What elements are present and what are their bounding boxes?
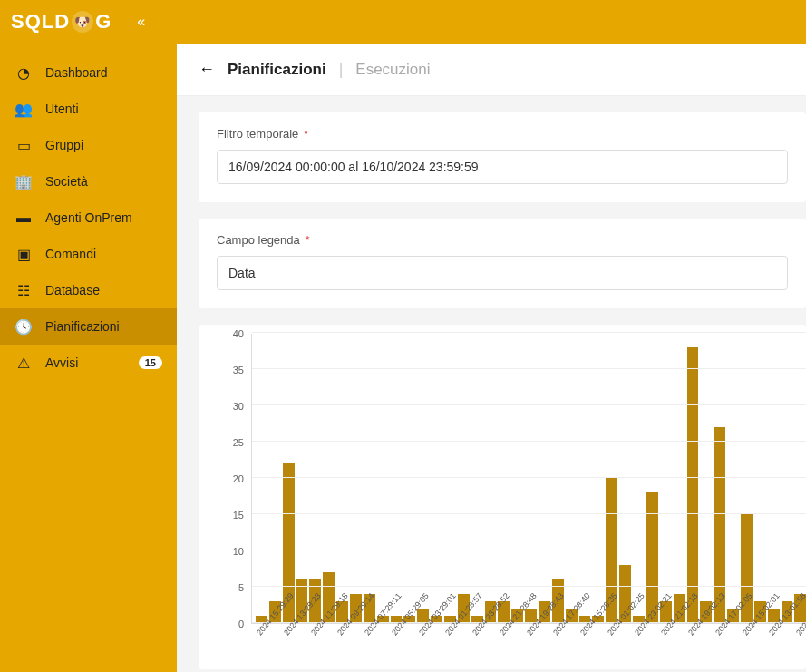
x-tick-label: 2024 19:28:43 [525, 622, 539, 637]
x-tick-label: 2024 05:29:05 [390, 622, 404, 637]
sidebar-badge: 15 [139, 356, 162, 369]
societa-icon: 🏢 [15, 172, 33, 190]
filter-legend-label: Campo legenda * [217, 233, 788, 247]
sidebar-item-label: Avvisi [45, 355, 78, 370]
y-tick: 25 [233, 437, 244, 448]
filter-temporal-input[interactable] [217, 150, 788, 184]
sidebar-item-avvisi[interactable]: ⚠Avvisi15 [0, 345, 177, 381]
sidebar-item-label: Gruppi [45, 138, 83, 152]
x-tick-label: 2024 13:29:23 [282, 622, 296, 637]
sidebar-item-label: Pianificazioni [45, 319, 120, 334]
agenti-onprem-icon: ▬ [15, 209, 33, 227]
x-tick-label: 2024 11:29:18 [309, 622, 324, 637]
breadcrumb-current: Pianificazioni [228, 61, 326, 79]
sidebar-item-label: Dashboard [45, 65, 108, 80]
chart-x-axis: 2024 15:29:292024 13:29:232024 11:29:182… [251, 624, 806, 640]
sidebar-collapse-button[interactable]: « [137, 14, 145, 30]
x-tick-label: 2024 21:02:18 [659, 622, 674, 637]
x-tick-label: 2024 23:02:21 [633, 622, 647, 637]
x-tick-label: 2024 09:29:14 [335, 622, 350, 637]
required-asterisk: * [302, 233, 310, 247]
sidebar-item-societa[interactable]: 🏢Società [0, 163, 177, 200]
dashboard-icon: ◔ [15, 63, 33, 82]
y-tick: 35 [233, 365, 244, 375]
utenti-icon: 👥 [15, 100, 33, 118]
back-arrow-icon[interactable]: ← [199, 60, 215, 79]
sidebar-item-label: Agenti OnPrem [45, 210, 132, 225]
chart-plot-area [251, 334, 806, 624]
filter-temporal-label: Filtro temporale * [217, 127, 788, 141]
y-tick: 20 [233, 473, 244, 484]
y-tick: 15 [233, 510, 244, 521]
x-tick-label: 2024 23:28:52 [471, 622, 485, 637]
x-tick-label: 2024 11:01:54 [794, 622, 806, 637]
sidebar-item-label: Comandi [45, 247, 96, 261]
breadcrumb-trail: Esecuzioni [355, 61, 430, 79]
filter-legend-block: Campo legenda * [199, 219, 806, 308]
sidebar-item-agenti-onprem[interactable]: ▬Agenti OnPrem [0, 200, 177, 236]
y-tick: 10 [233, 546, 244, 557]
x-tick-label: 2024 17:28:40 [551, 622, 566, 637]
pianificazioni-icon: 🕓 [15, 317, 33, 336]
sidebar: ◔Dashboard👥Utenti▭Gruppi🏢Società▬Agenti … [0, 44, 177, 672]
sidebar-item-dashboard[interactable]: ◔Dashboard [0, 54, 177, 91]
y-tick: 5 [238, 582, 244, 593]
brand-text-2: G [95, 10, 112, 34]
dog-icon: 🐶 [72, 11, 93, 33]
required-asterisk: * [300, 127, 308, 141]
x-tick-label: 2024 21:28:48 [498, 622, 512, 637]
bar-chart: 0510152025303540 2024 15:29:292024 13:29… [208, 334, 806, 669]
sidebar-item-label: Utenti [45, 102, 79, 116]
filter-legend-input[interactable] [217, 256, 788, 290]
chart-bars [252, 334, 806, 623]
x-tick-label: 2024 01:02:25 [606, 622, 620, 637]
x-tick-label: 2024 13:01:58 [767, 622, 782, 637]
x-tick-label: 2024 17:02:05 [714, 622, 728, 637]
main-content: ← Pianificazioni | Esecuzioni Filtro tem… [177, 44, 806, 672]
x-tick-label: 2024 19:02:13 [686, 622, 701, 637]
x-tick-label: 2024 15:28:35 [578, 622, 593, 637]
y-tick: 40 [233, 328, 244, 339]
sidebar-item-label: Società [45, 174, 88, 189]
sidebar-item-pianificazioni[interactable]: 🕓Pianificazioni [0, 308, 177, 345]
brand-text-1: SQLD [11, 10, 70, 34]
sidebar-item-label: Database [45, 283, 100, 297]
y-tick: 30 [233, 401, 244, 412]
page-header: ← Pianificazioni | Esecuzioni [177, 44, 806, 96]
y-tick: 0 [238, 618, 244, 629]
comandi-icon: ▣ [15, 245, 33, 263]
x-tick-label: 2024 15:02:01 [741, 622, 755, 637]
gruppi-icon: ▭ [15, 136, 33, 154]
avvisi-icon: ⚠ [15, 354, 33, 372]
filter-temporal-block: Filtro temporale * [199, 112, 806, 202]
x-tick-label: 2024 07:29:11 [363, 622, 377, 637]
sidebar-item-comandi[interactable]: ▣Comandi [0, 236, 177, 272]
brand-logo: SQLD 🐶 G [11, 10, 112, 34]
chart-bar [687, 347, 699, 623]
x-tick-label: 2024 15:29:29 [255, 622, 269, 637]
chart-y-axis: 0510152025303540 [208, 334, 251, 624]
chart-container: 0510152025303540 2024 15:29:292024 13:29… [199, 325, 806, 669]
sidebar-item-database[interactable]: ☷Database [0, 272, 177, 308]
topbar: SQLD 🐶 G « [0, 0, 806, 44]
x-tick-label: 2024 03:29:01 [417, 622, 432, 637]
x-tick-label: 2024 01:28:57 [443, 622, 458, 637]
breadcrumb-separator: | [339, 60, 344, 79]
database-icon: ☷ [15, 281, 33, 299]
sidebar-item-utenti[interactable]: 👥Utenti [0, 91, 177, 127]
sidebar-item-gruppi[interactable]: ▭Gruppi [0, 127, 177, 163]
